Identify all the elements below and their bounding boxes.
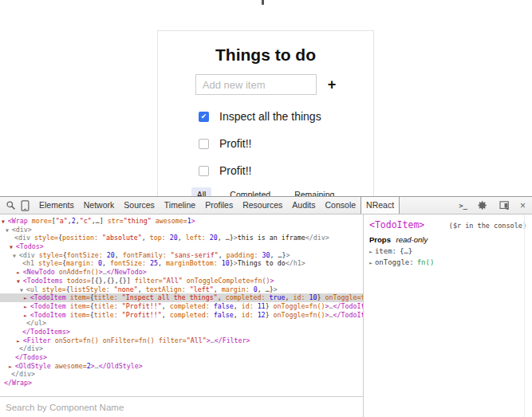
todo-title: Things to do [158,45,373,65]
dock-side-icon[interactable] [498,201,512,210]
tab-audits[interactable]: Audits [287,197,320,214]
tab-timeline[interactable]: Timeline [160,197,200,214]
props-heading: Props read-only [369,235,526,244]
todo-item: Profit!! [158,157,373,184]
devtools-tabs: ElementsNetworkSourcesTimelineProfilesRe… [34,197,400,214]
filter-all[interactable]: All [191,187,212,196]
tree-row[interactable]: ▼ <div> [0,226,363,234]
devtools-main: ▼ <Wrap more=["a",2,"c",…] str="thing" a… [0,214,532,417]
todo-list: ✔Inspect all the thingsProfit!!Profit!! [158,103,373,184]
todo-item: ✔Inspect all the things [158,103,373,130]
screenshot-root: Things to do + ✔Inspect all the thingsPr… [0,0,532,417]
add-item-button[interactable]: + [328,77,337,92]
tree-row[interactable]: ▼ <ul style={listStyle: "none", textAlig… [0,285,363,294]
tree-row[interactable]: </Todos> [0,353,363,362]
props-label: Props [369,235,391,244]
todo-item: Profit!! [158,130,373,157]
todo-app-iframe: Things to do + ✔Inspect all the thingsPr… [157,30,374,196]
tree-row[interactable]: ▼ <div style={fontSize: 20, fontFamily: … [0,251,363,260]
tree-row[interactable]: ▼ <TodoItems todos=[{},{},{}] filter="Al… [0,277,363,285]
console-hint: ($r in the console) [449,222,526,230]
todo-checkbox[interactable]: ✔ [199,112,209,122]
tree-row[interactable]: <div style={position: "absolute", top: 2… [0,234,363,242]
tree-row[interactable]: ▼ <Wrap more=["a",2,"c",…] str="thing" a… [0,217,363,226]
tree-row[interactable]: </div> [0,370,363,379]
react-component-tree: ▼ <Wrap more=["a",2,"c",…] str="thing" a… [0,214,363,396]
tab-nreact[interactable]: NReact [361,197,400,214]
inspect-element-icon[interactable] [3,200,18,210]
tab-sources[interactable]: Sources [119,197,160,214]
browser-page: Things to do + ✔Inspect all the thingsPr… [0,0,532,196]
prop-value: {…} [400,247,412,255]
props-mode: read-only [396,235,428,244]
todo-checkbox[interactable] [199,139,209,149]
caret-mark [262,0,264,5]
tree-row[interactable]: ► <TodoItem item={title: "Profit!!", com… [0,311,363,320]
devtools-toolbar: ElementsNetworkSourcesTimelineProfilesRe… [0,197,532,214]
tree-row[interactable]: ► <TodoItem item={title: "Profit!!", com… [0,302,363,311]
component-search-bar [0,396,363,417]
component-search-input[interactable] [0,397,363,417]
tab-resources[interactable]: Resources [238,197,287,214]
prop-key: item: [375,247,396,255]
tab-network[interactable]: Network [79,197,120,214]
prop-row[interactable]: ►onToggle:fn() [369,258,526,269]
tab-console[interactable]: Console [321,197,361,214]
filter-completed[interactable]: Completed [224,187,276,196]
todo-item-label: Profit!! [219,164,251,177]
todo-item-label: Profit!! [219,137,251,150]
tree-row[interactable]: ► <NewTodo onAdd=fn()>…</NewTodo> [0,268,363,277]
toolbar-right-icons: >_ × [459,200,526,210]
expand-arrow-icon[interactable]: ► [369,249,372,255]
add-item-row: + [158,74,373,95]
props-panel-header: <TodoItem> ($r in the console) [369,219,526,230]
tree-row[interactable]: ▼ <Todos> [0,242,363,251]
console-drawer-icon[interactable]: >_ [459,202,467,210]
tree-row[interactable]: </Wrap> [0,379,363,387]
expand-arrow-icon[interactable]: ► [369,260,372,266]
filter-remaining[interactable]: Remaining [289,187,340,196]
device-mode-icon[interactable] [18,200,32,211]
close-icon[interactable]: × [520,201,526,210]
selected-component-tag: <TodoItem> [369,219,424,230]
tree-row[interactable]: ► <OldStyle awesome=2>…</OldStyle> [0,362,363,371]
settings-gear-icon[interactable] [475,200,490,210]
prop-row[interactable]: ►item:{…} [369,246,526,258]
tree-row[interactable]: </TodoItems> [0,328,363,336]
tab-profiles[interactable]: Profiles [200,197,238,214]
prop-key: onToggle: [375,258,414,266]
prop-value: fn() [417,258,435,266]
tree-row[interactable]: </div> [0,344,363,353]
add-item-input[interactable] [195,74,317,95]
tree-row[interactable]: ► <Filter onSort=fn() onFilter=fn() filt… [0,336,363,345]
tab-elements[interactable]: Elements [34,197,79,214]
tree-row[interactable]: </ul> [0,319,363,328]
devtools-panel: ElementsNetworkSourcesTimelineProfilesRe… [0,196,532,417]
todo-checkbox[interactable] [199,166,209,176]
todo-filters: AllCompletedRemaining [158,187,373,196]
props-list: ►item:{…}►onToggle:fn() [369,246,526,269]
props-panel: <TodoItem> ($r in the console) Props rea… [363,214,532,417]
todo-item-label: Inspect all the things [219,110,321,123]
tree-row[interactable]: ► <TodoItem item={title: "Inspect all th… [0,293,363,302]
tree-row[interactable]: <h1 style={margin: 0, fontSize: 25, marg… [0,259,363,268]
tree-pane: ▼ <Wrap more=["a",2,"c",…] str="thing" a… [0,214,363,417]
